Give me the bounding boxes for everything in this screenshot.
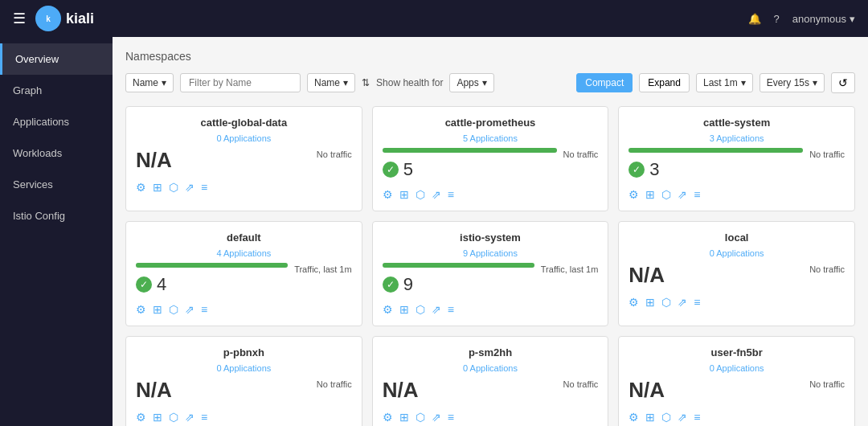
filter-by-name-input[interactable] [180,73,301,92]
namespace-list-icon[interactable]: ≡ [694,188,700,201]
namespace-copy-icon[interactable]: ⊞ [153,181,162,194]
namespace-network-icon[interactable]: ⬡ [169,411,178,424]
namespace-name: istio-system [383,231,599,244]
namespace-settings-icon[interactable]: ⚙ [383,188,393,201]
help-icon[interactable]: ? [774,13,780,25]
topnav-right: 🔔 ? anonymous ▾ [748,13,855,25]
apps-count-link[interactable]: 0 Applications [383,363,599,373]
compact-view-button[interactable]: Compact [576,73,633,92]
namespace-copy-icon[interactable]: ⊞ [153,303,162,316]
namespace-network-icon[interactable]: ⬡ [169,181,178,194]
traffic-status: No traffic [563,378,599,389]
namespace-network-icon[interactable]: ⬡ [416,188,425,201]
namespace-settings-icon[interactable]: ⚙ [628,188,639,201]
apps-count-link[interactable]: 9 Applications [383,248,599,258]
apps-count-link[interactable]: 0 Applications [136,133,352,143]
sidebar-item-graph[interactable]: Graph [0,75,113,106]
namespace-network-icon[interactable]: ⬡ [661,188,671,201]
sidebar-item-istio-config[interactable]: Istio Config [0,200,113,231]
refresh-interval-select[interactable]: Every 15s ▾ [760,73,825,92]
filter-bar: Name ▾ Name ▾ ⇅ Show health for Apps ▾ C… [125,72,855,93]
namespace-copy-icon[interactable]: ⊞ [645,411,655,424]
namespace-list-icon[interactable]: ≡ [448,411,454,424]
namespace-health: N/A [628,263,803,288]
sidebar-item-services[interactable]: Services [0,169,113,200]
health-bar-container [383,148,557,153]
namespace-network-icon[interactable]: ⬡ [169,303,178,316]
namespace-copy-icon[interactable]: ⊞ [399,303,409,316]
traffic-status: No traffic [317,148,352,159]
health-count: N/A [383,378,557,403]
namespace-network-icon[interactable]: ⬡ [661,296,671,309]
check-icon: ✓ [383,162,399,178]
health-for-select[interactable]: Apps ▾ [449,73,493,92]
namespace-copy-icon[interactable]: ⊞ [399,411,409,424]
namespace-filter-select[interactable]: Name ▾ [125,73,174,92]
namespace-list-icon[interactable]: ≡ [448,303,454,316]
logo: k kiali [35,6,94,31]
namespace-list-icon[interactable]: ≡ [201,181,207,194]
expand-view-button[interactable]: Expand [639,73,690,92]
namespace-settings-icon[interactable]: ⚙ [628,296,639,309]
namespace-copy-icon[interactable]: ⊞ [399,188,409,201]
apps-count-link[interactable]: 4 Applications [136,248,352,258]
namespace-content: N/A No traffic [136,378,352,403]
time-range-chevron: ▾ [741,77,746,88]
namespace-link-icon[interactable]: ⇗ [678,188,687,201]
apps-count-link[interactable]: 3 Applications [628,133,845,143]
namespace-content: ✓ 9 Traffic, last 1m [383,263,599,295]
namespace-network-icon[interactable]: ⬡ [661,411,671,424]
namespace-link-icon[interactable]: ⇗ [185,303,194,316]
namespace-list-icon[interactable]: ≡ [694,296,700,309]
namespace-name: default [136,231,352,244]
namespace-settings-icon[interactable]: ⚙ [136,181,146,194]
apps-count-link[interactable]: 0 Applications [628,248,845,258]
chevron-down-icon: ▾ [850,13,855,25]
namespace-link-icon[interactable]: ⇗ [432,411,441,424]
namespace-settings-icon[interactable]: ⚙ [383,411,393,424]
namespace-link-icon[interactable]: ⇗ [432,303,441,316]
namespace-list-icon[interactable]: ≡ [201,303,207,316]
namespace-settings-icon[interactable]: ⚙ [136,411,146,424]
namespace-list-icon[interactable]: ≡ [694,411,700,424]
sidebar-item-workloads[interactable]: Workloads [0,137,113,169]
sort-select[interactable]: Name ▾ [307,73,355,92]
namespace-actions: ⚙ ⊞ ⬡ ⇗ ≡ [628,411,845,424]
namespace-list-icon[interactable]: ≡ [448,188,454,201]
bell-icon[interactable]: 🔔 [748,13,761,25]
hamburger-menu[interactable]: ☰ [13,10,26,27]
namespace-copy-icon[interactable]: ⊞ [645,296,655,309]
namespace-link-icon[interactable]: ⇗ [185,181,194,194]
apps-count-link[interactable]: 0 Applications [628,363,845,373]
namespace-list-icon[interactable]: ≡ [201,411,207,424]
namespace-actions: ⚙ ⊞ ⬡ ⇗ ≡ [383,411,599,424]
sidebar-item-applications[interactable]: Applications [0,106,113,137]
traffic-status: No traffic [317,378,352,389]
namespace-card: cattle-system 3 Applications ✓ 3 No traf… [618,106,855,211]
health-count: N/A [628,263,803,288]
sort-label: Name [314,77,340,88]
namespace-actions: ⚙ ⊞ ⬡ ⇗ ≡ [136,411,352,424]
namespace-settings-icon[interactable]: ⚙ [628,411,639,424]
namespace-link-icon[interactable]: ⇗ [185,411,194,424]
apps-count-link[interactable]: 5 Applications [383,133,599,143]
apps-count-link[interactable]: 0 Applications [136,363,352,373]
user-menu[interactable]: anonymous ▾ [792,13,855,25]
namespace-health: N/A [136,378,310,403]
namespace-copy-icon[interactable]: ⊞ [153,411,162,424]
namespace-content: N/A No traffic [383,378,599,403]
namespace-link-icon[interactable]: ⇗ [678,411,687,424]
namespace-link-icon[interactable]: ⇗ [678,296,687,309]
namespace-settings-icon[interactable]: ⚙ [136,303,146,316]
namespace-network-icon[interactable]: ⬡ [416,303,425,316]
sort-order-icon[interactable]: ⇅ [362,77,370,88]
time-range-select[interactable]: Last 1m ▾ [696,73,753,92]
sidebar-item-overview[interactable]: Overview [0,43,113,75]
namespace-settings-icon[interactable]: ⚙ [383,303,393,316]
namespace-link-icon[interactable]: ⇗ [432,188,441,201]
sidebar: Overview Graph Applications Workloads Se… [0,37,113,426]
refresh-button[interactable]: ↺ [831,72,855,93]
namespace-health: ✓ 4 [136,263,288,295]
namespace-copy-icon[interactable]: ⊞ [645,188,655,201]
namespace-network-icon[interactable]: ⬡ [416,411,425,424]
